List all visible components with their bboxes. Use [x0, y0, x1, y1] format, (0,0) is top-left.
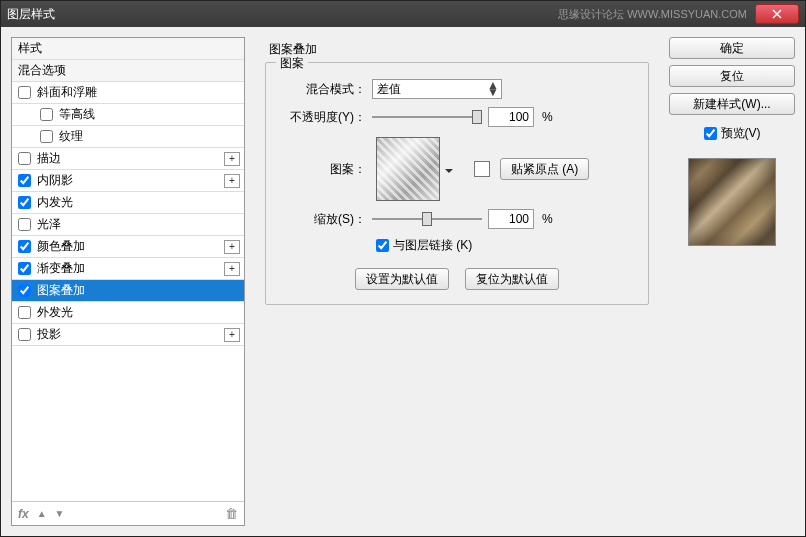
styles-footer: fx ▲ ▼ 🗑 — [12, 501, 244, 525]
style-checkbox[interactable] — [18, 240, 31, 253]
blend-options-header[interactable]: 混合选项 — [12, 60, 244, 82]
preview-thumbnail — [688, 158, 776, 246]
opacity-slider[interactable] — [372, 108, 482, 126]
pattern-field-label: 图案： — [280, 161, 366, 178]
style-label: 光泽 — [37, 216, 61, 233]
style-label: 描边 — [37, 150, 61, 167]
add-effect-button[interactable]: + — [224, 328, 240, 342]
style-item-4[interactable]: 内阴影+ — [12, 170, 244, 192]
opacity-input[interactable]: 100 — [488, 107, 534, 127]
style-item-9[interactable]: 图案叠加 — [12, 280, 244, 302]
style-label: 纹理 — [59, 128, 83, 145]
style-checkbox[interactable] — [18, 174, 31, 187]
style-item-0[interactable]: 斜面和浮雕 — [12, 82, 244, 104]
titlebar[interactable]: 图层样式 思缘设计论坛 WWW.MISSYUAN.COM — [1, 1, 805, 27]
blend-mode-select[interactable]: 差值 ▲▼ — [372, 79, 502, 99]
new-style-button[interactable]: 新建样式(W)... — [669, 93, 795, 115]
style-item-1[interactable]: 等高线 — [12, 104, 244, 126]
reset-button[interactable]: 复位 — [669, 65, 795, 87]
link-layer-checkbox[interactable] — [376, 239, 389, 252]
new-pattern-icon[interactable] — [474, 161, 490, 177]
add-effect-button[interactable]: + — [224, 152, 240, 166]
pattern-picker[interactable] — [376, 137, 440, 201]
watermark: 思缘设计论坛 WWW.MISSYUAN.COM — [558, 7, 747, 22]
style-checkbox[interactable] — [40, 130, 53, 143]
style-checkbox[interactable] — [18, 262, 31, 275]
settings-panel: 图案叠加 图案 混合模式： 差值 ▲▼ 不透明度(Y)： 100 % — [255, 37, 659, 526]
style-item-7[interactable]: 颜色叠加+ — [12, 236, 244, 258]
style-label: 斜面和浮雕 — [37, 84, 97, 101]
window-title: 图层样式 — [7, 6, 558, 23]
style-checkbox[interactable] — [18, 306, 31, 319]
preview-label: 预览(V) — [721, 125, 761, 142]
style-label: 内发光 — [37, 194, 73, 211]
trash-icon[interactable]: 🗑 — [225, 506, 238, 521]
style-item-11[interactable]: 投影+ — [12, 324, 244, 346]
blend-mode-label: 混合模式： — [280, 81, 366, 98]
style-item-10[interactable]: 外发光 — [12, 302, 244, 324]
move-down-icon[interactable]: ▼ — [55, 508, 65, 519]
styles-header[interactable]: 样式 — [12, 38, 244, 60]
style-checkbox[interactable] — [40, 108, 53, 121]
style-label: 内阴影 — [37, 172, 73, 189]
style-checkbox[interactable] — [18, 284, 31, 297]
style-checkbox[interactable] — [18, 328, 31, 341]
style-checkbox[interactable] — [18, 86, 31, 99]
style-label: 外发光 — [37, 304, 73, 321]
styles-list: 样式 混合选项 斜面和浮雕等高线纹理描边+内阴影+内发光光泽颜色叠加+渐变叠加+… — [11, 37, 245, 526]
style-checkbox[interactable] — [18, 196, 31, 209]
add-effect-button[interactable]: + — [224, 240, 240, 254]
scale-input[interactable]: 100 — [488, 209, 534, 229]
style-label: 等高线 — [59, 106, 95, 123]
style-checkbox[interactable] — [18, 218, 31, 231]
scale-label: 缩放(S)： — [280, 211, 366, 228]
preview-checkbox[interactable] — [704, 127, 717, 140]
opacity-label: 不透明度(Y)： — [280, 109, 366, 126]
pattern-group: 图案 混合模式： 差值 ▲▼ 不透明度(Y)： 100 % — [265, 62, 649, 305]
make-default-button[interactable]: 设置为默认值 — [355, 268, 449, 290]
select-arrows-icon: ▲▼ — [487, 82, 499, 96]
ok-button[interactable]: 确定 — [669, 37, 795, 59]
style-item-2[interactable]: 纹理 — [12, 126, 244, 148]
style-label: 图案叠加 — [37, 282, 85, 299]
style-item-8[interactable]: 渐变叠加+ — [12, 258, 244, 280]
style-checkbox[interactable] — [18, 152, 31, 165]
fx-icon[interactable]: fx — [18, 507, 29, 521]
close-button[interactable] — [755, 4, 799, 24]
style-item-6[interactable]: 光泽 — [12, 214, 244, 236]
style-item-5[interactable]: 内发光 — [12, 192, 244, 214]
snap-origin-button[interactable]: 贴紧原点 (A) — [500, 158, 589, 180]
dialog-body: 样式 混合选项 斜面和浮雕等高线纹理描边+内阴影+内发光光泽颜色叠加+渐变叠加+… — [1, 27, 805, 536]
close-icon — [772, 9, 782, 19]
panel-title: 图案叠加 — [265, 41, 649, 58]
reset-default-button[interactable]: 复位为默认值 — [465, 268, 559, 290]
layer-style-dialog: 图层样式 思缘设计论坛 WWW.MISSYUAN.COM 样式 混合选项 斜面和… — [0, 0, 806, 537]
style-label: 投影 — [37, 326, 61, 343]
add-effect-button[interactable]: + — [224, 262, 240, 276]
scale-slider[interactable] — [372, 210, 482, 228]
action-panel: 确定 复位 新建样式(W)... 预览(V) — [669, 37, 795, 526]
style-item-3[interactable]: 描边+ — [12, 148, 244, 170]
style-label: 颜色叠加 — [37, 238, 85, 255]
move-up-icon[interactable]: ▲ — [37, 508, 47, 519]
link-layer-label: 与图层链接 (K) — [393, 237, 472, 254]
add-effect-button[interactable]: + — [224, 174, 240, 188]
style-label: 渐变叠加 — [37, 260, 85, 277]
pattern-group-label: 图案 — [276, 55, 308, 72]
